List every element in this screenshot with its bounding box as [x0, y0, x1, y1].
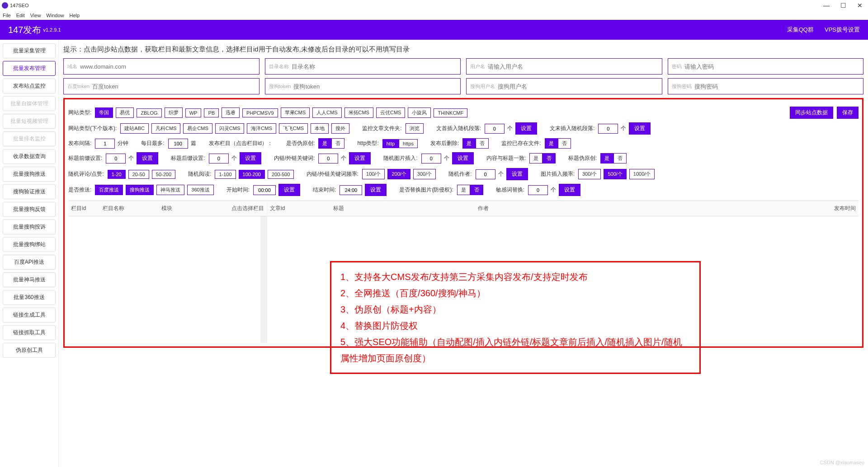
- set-prefix-button[interactable]: 设置: [515, 122, 537, 135]
- set-rand-img[interactable]: 设置: [452, 152, 474, 164]
- input-interval[interactable]: [95, 139, 115, 149]
- tag-sitetype-12[interactable]: 小旋风: [408, 107, 431, 118]
- set-start[interactable]: 设置: [278, 184, 300, 196]
- sidebar-item-8[interactable]: 搜狗验证推送: [3, 184, 56, 199]
- input-sgpwd[interactable]: [694, 83, 860, 90]
- sidebar-item-11[interactable]: 批量搜狗绑站: [3, 237, 56, 252]
- toggle-exist[interactable]: 是否: [545, 138, 571, 149]
- menu-window[interactable]: Window: [46, 13, 64, 18]
- sidebar-item-9[interactable]: 批量搜狗反馈: [3, 202, 56, 217]
- menu-edit[interactable]: Edit: [16, 13, 25, 18]
- input-pwd[interactable]: [684, 63, 860, 70]
- toggle-replace-img[interactable]: 是否: [457, 185, 483, 195]
- opt-linkfreq-2[interactable]: 300/个: [413, 169, 436, 179]
- set-sensitive[interactable]: 设置: [559, 184, 580, 196]
- toggle-content-title[interactable]: 是否: [529, 153, 556, 163]
- tag-sitetype-8[interactable]: 苹果CMS: [281, 107, 310, 118]
- input-author[interactable]: [476, 169, 495, 179]
- set-title-suffix[interactable]: 设置: [240, 152, 261, 164]
- input-sguser[interactable]: [498, 83, 658, 90]
- browse-button[interactable]: 浏览: [406, 123, 424, 134]
- opt-read-1[interactable]: 100-200: [239, 170, 265, 179]
- sidebar-item-1[interactable]: 批量发布管理: [3, 61, 56, 76]
- tag-next-1[interactable]: 凡科CMS: [151, 123, 180, 134]
- tag-next-4[interactable]: 海洋CMS: [247, 123, 276, 134]
- set-link-kw[interactable]: 设置: [349, 152, 371, 164]
- tag-sitetype-11[interactable]: 云优CMS: [376, 107, 405, 118]
- input-sgtoken[interactable]: [293, 83, 457, 90]
- opt-comment-0[interactable]: 1-20: [108, 170, 126, 179]
- set-title-prefix[interactable]: 设置: [137, 152, 158, 164]
- scrollbar-left[interactable]: [260, 216, 267, 343]
- toggle-pseudo[interactable]: 是否: [318, 138, 344, 149]
- input-title-suffix[interactable]: [209, 154, 229, 163]
- tag-sitetype-9[interactable]: 人人CMS: [312, 107, 341, 118]
- opt-comment-1[interactable]: 20-50: [128, 170, 149, 179]
- input-end-time[interactable]: [340, 185, 362, 195]
- th-col-select[interactable]: 点击选择栏目: [213, 201, 267, 216]
- tag-sitetype-4[interactable]: WP: [185, 108, 202, 117]
- sidebar-item-4[interactable]: 批量短视频管理: [3, 114, 56, 129]
- tag-next-6[interactable]: 本地: [311, 123, 329, 134]
- tag-next-0[interactable]: 建站ABC: [120, 123, 149, 134]
- sidebar-item-10[interactable]: 批量搜狗投诉: [3, 219, 56, 234]
- th-article-author[interactable]: 作者: [475, 201, 822, 216]
- opt-read-0[interactable]: 1-100: [215, 170, 236, 179]
- th-article-title[interactable]: 标题: [330, 201, 475, 216]
- maximize-button[interactable]: ☐: [840, 2, 846, 9]
- th-col-name[interactable]: 栏目名称: [100, 201, 159, 216]
- input-user[interactable]: [488, 63, 658, 70]
- set-suffix-button[interactable]: 设置: [629, 122, 651, 135]
- input-bdtoken[interactable]: [92, 83, 255, 90]
- tag-sitetype-3[interactable]: 织梦: [165, 107, 183, 118]
- sidebar-item-0[interactable]: 批量采集管理: [3, 43, 56, 58]
- input-dir[interactable]: [292, 63, 457, 70]
- input-start-time[interactable]: [253, 185, 276, 195]
- tag-next-5[interactable]: 飞飞CMS: [279, 123, 308, 134]
- input-rand-img[interactable]: [421, 154, 441, 163]
- opt-comment-2[interactable]: 50-200: [152, 170, 175, 179]
- tag-sitetype-6[interactable]: 迅睿: [222, 107, 240, 118]
- opt-push-2[interactable]: 神马推送: [156, 185, 184, 195]
- minimize-button[interactable]: —: [823, 2, 830, 9]
- set-end[interactable]: 设置: [365, 184, 387, 196]
- th-col-module[interactable]: 模块: [159, 201, 213, 216]
- menu-help[interactable]: Help: [69, 13, 80, 18]
- link-qq-group[interactable]: 采集QQ群: [787, 26, 814, 34]
- tag-next-7[interactable]: 搜外: [331, 123, 349, 134]
- tag-sitetype-0[interactable]: 帝国: [95, 107, 113, 118]
- th-article-time[interactable]: 发布时间: [822, 201, 859, 216]
- toggle-http[interactable]: httphttps: [382, 139, 418, 148]
- sidebar-item-17[interactable]: 伪原创工具: [3, 343, 56, 358]
- input-suffix-para[interactable]: [598, 124, 618, 134]
- opt-push-0[interactable]: 百度推送: [95, 185, 123, 195]
- opt-imgfreq-1[interactable]: 500/个: [604, 169, 626, 179]
- input-prefix-para[interactable]: [485, 124, 505, 134]
- input-daily[interactable]: [168, 139, 188, 149]
- tag-next-2[interactable]: 易企CMS: [183, 123, 212, 134]
- sync-site-button[interactable]: 同步站点数据: [790, 107, 833, 119]
- sidebar-item-13[interactable]: 批量神马推送: [3, 272, 56, 287]
- sidebar-item-5[interactable]: 批量排名监控: [3, 131, 56, 146]
- toggle-delete[interactable]: 是否: [462, 138, 489, 149]
- tag-next-3[interactable]: 闪灵CMS: [215, 123, 244, 134]
- opt-imgfreq-2[interactable]: 1000/个: [629, 169, 655, 179]
- sidebar-item-14[interactable]: 批量360推送: [3, 290, 56, 305]
- opt-push-3[interactable]: 360推送: [187, 185, 213, 195]
- sidebar-item-3[interactable]: 批量自媒体管理: [3, 96, 56, 111]
- sidebar-item-15[interactable]: 链接生成工具: [3, 308, 56, 322]
- opt-read-2[interactable]: 200-500: [268, 170, 294, 179]
- opt-imgfreq-0[interactable]: 300/个: [578, 169, 601, 179]
- sidebar-item-2[interactable]: 发布站点监控: [3, 79, 56, 93]
- menu-file[interactable]: File: [3, 13, 11, 18]
- th-col-id[interactable]: 栏目id: [68, 201, 100, 216]
- th-article-id[interactable]: 文章id: [267, 201, 330, 216]
- tag-sitetype-7[interactable]: PHPCMSV9: [242, 108, 278, 117]
- sidebar-item-16[interactable]: 链接抓取工具: [3, 325, 56, 340]
- tag-sitetype-5[interactable]: PB: [204, 108, 219, 117]
- input-sensitive[interactable]: [528, 185, 548, 195]
- menu-view[interactable]: View: [30, 13, 41, 18]
- link-vps-settings[interactable]: VPS拨号设置: [825, 26, 860, 34]
- tag-sitetype-13[interactable]: THINKCMF: [434, 108, 467, 117]
- sidebar-item-6[interactable]: 收录数据查询: [3, 149, 56, 164]
